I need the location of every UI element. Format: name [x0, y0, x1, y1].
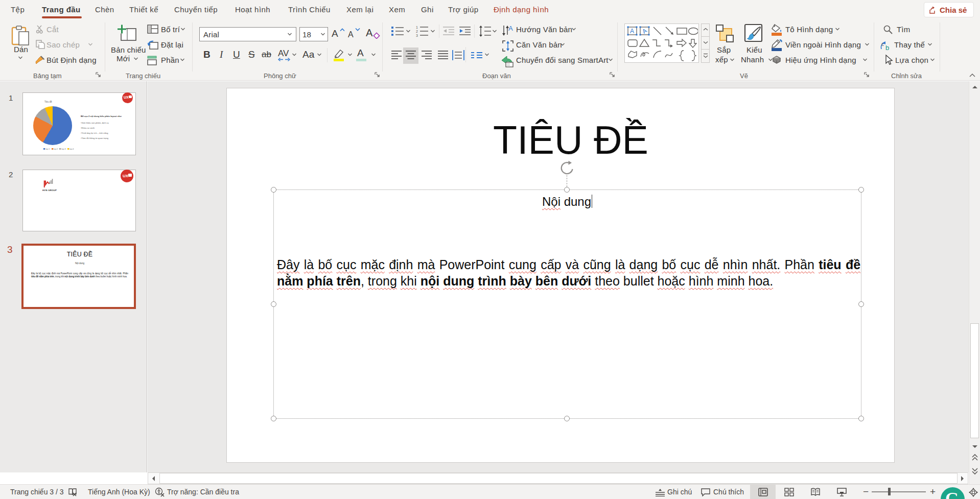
svg-text:A: A	[641, 27, 648, 35]
svg-text:c: c	[881, 41, 884, 47]
svg-text:3: 3	[416, 34, 418, 37]
svg-text:1: 1	[416, 26, 418, 29]
svg-text:A: A	[630, 28, 634, 35]
svg-text:A: A	[508, 25, 513, 32]
svg-text:b: b	[885, 44, 889, 52]
svg-text:2: 2	[416, 30, 418, 33]
